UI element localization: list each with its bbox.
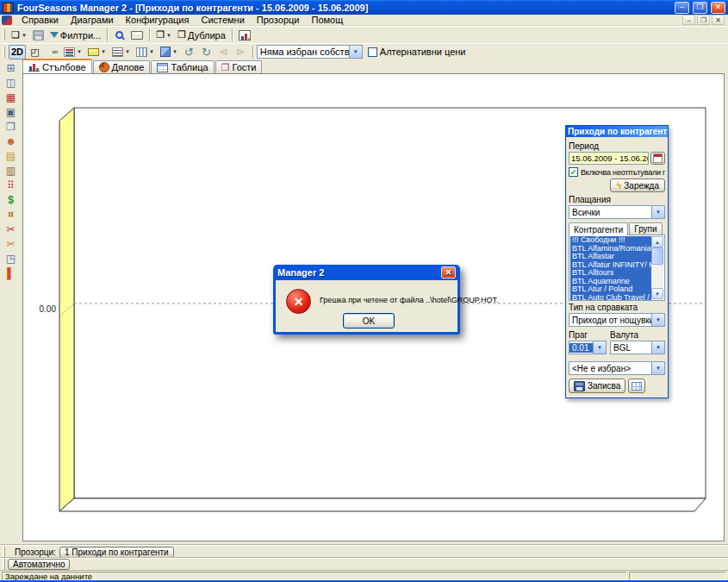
occupancy-grid-icon[interactable]: ⠿ <box>3 178 20 192</box>
windows-layout-icon[interactable]: ⊞ <box>3 61 20 75</box>
combo-arrow-icon[interactable]: ▼ <box>651 362 664 374</box>
currency-combobox[interactable]: BGL ▼ <box>610 341 665 354</box>
auto-button[interactable]: Автоматично <box>8 559 70 570</box>
scrollbar-thumb[interactable] <box>651 247 663 265</box>
payments-combobox[interactable]: Всички ▼ <box>569 205 665 219</box>
toolbar-grip[interactable] <box>3 29 5 41</box>
report-type-combobox[interactable]: Приходи от нощувки ▼ <box>569 313 665 327</box>
mode-2d-button[interactable]: 2D <box>9 45 26 59</box>
menu-prozorci[interactable]: Прозорци <box>251 15 306 26</box>
cut-rooms-icon[interactable]: ✂ <box>3 222 20 236</box>
threshold-combobox[interactable]: 0.01 ▼ <box>569 341 607 354</box>
chart-export-button[interactable] <box>236 28 253 42</box>
dialog-close-icon[interactable]: ✕ <box>441 266 456 278</box>
window-nav-icon[interactable]: ◳ <box>3 252 20 266</box>
bar-chart-icon <box>28 62 40 72</box>
menu-konfiguracia[interactable]: Конфигурация <box>120 15 196 26</box>
tab-bars[interactable]: Стълбове <box>22 59 92 73</box>
combo-arrow-icon[interactable]: ▼ <box>651 341 664 354</box>
contractors-listbox[interactable]: !!! Свободни !!! BTL Alfamina/Romania BT… <box>569 235 665 301</box>
list-item[interactable]: BTL Alfatur INFINITY/ Romani <box>570 261 651 270</box>
bar-labels-button[interactable]: ab <box>44 45 60 59</box>
marks-button[interactable]: ▼ <box>85 45 109 59</box>
print-button[interactable] <box>128 28 146 42</box>
export-window-icon[interactable]: ◫ <box>3 76 20 90</box>
selection-combobox[interactable]: <Не е избран> ▼ <box>569 361 665 375</box>
rotate-ccw-button[interactable]: ↺ <box>181 45 197 59</box>
folders-icon[interactable]: ▤ <box>3 149 20 163</box>
list-item[interactable]: BTL Alfastar <box>570 253 651 261</box>
list-item[interactable]: BTL Auto Club Travel / Hunga <box>570 294 651 302</box>
list-item[interactable]: BTL Atur / Poland <box>570 285 651 294</box>
rotate-chart-button[interactable]: ◰ <box>27 45 43 59</box>
stats-icon[interactable]: ▌ <box>3 266 20 280</box>
vertical-gridlines-button[interactable]: ▼ <box>134 45 157 59</box>
tab-contractors[interactable]: Контрагенти <box>569 222 628 235</box>
tab-table[interactable]: Таблица <box>151 60 214 73</box>
calculator-icon[interactable]: ▣ <box>3 105 20 119</box>
scroll-up-icon[interactable]: ▲ <box>651 236 663 247</box>
list-item[interactable]: BTL Alltours <box>570 269 651 278</box>
toolbar-grip[interactable] <box>3 47 5 58</box>
nav-back-button[interactable]: ⊲ <box>215 45 232 59</box>
listbox-scrollbar[interactable]: ▲ ▼ <box>651 236 663 299</box>
save-report-button[interactable]: Записва <box>569 379 625 393</box>
dialog-title-bar[interactable]: Manager 2 ✕ <box>276 265 457 280</box>
chevron-down-icon: ▼ <box>22 33 27 38</box>
combo-arrow-icon[interactable]: ▼ <box>651 314 664 326</box>
period-input[interactable]: 15.06.2009 - 15.06.2009 <box>569 152 649 165</box>
tab-groups[interactable]: Групи <box>629 222 662 235</box>
new-report-button[interactable]: ❏ ▼ <box>9 28 29 42</box>
load-button[interactable]: ϟ Зарежда <box>610 178 665 192</box>
duplicate-button[interactable]: ❒ Дублира <box>175 28 228 42</box>
legend-button[interactable]: ▼ <box>61 45 84 59</box>
filters-button[interactable]: Филтри... <box>47 28 103 42</box>
nav-forward-button[interactable]: ⊳ <box>233 45 249 59</box>
restore-button[interactable]: ❐ <box>693 2 707 14</box>
currency-icon[interactable]: $ <box>3 193 20 207</box>
tab-guests[interactable]: ❐ Гости <box>215 60 263 73</box>
toolbar-grip[interactable] <box>3 559 5 570</box>
ok-button[interactable]: OK <box>343 313 395 329</box>
combo-arrow-icon[interactable]: ▼ <box>593 341 606 354</box>
alt-prices-checkbox[interactable] <box>368 47 377 57</box>
error-dialog: Manager 2 ✕ ✕ Грешка при четене от файла… <box>273 265 460 335</box>
ledger-icon[interactable]: ▥ <box>3 164 20 178</box>
rotate-cw-button[interactable]: ↻ <box>198 45 215 59</box>
menu-diagrami[interactable]: Диаграми <box>65 15 120 26</box>
grid-settings-button[interactable] <box>628 379 645 393</box>
payments-icon[interactable]: ¤ <box>3 208 20 222</box>
list-item[interactable]: BTL Aquamarine <box>570 278 651 286</box>
combo-arrow-icon[interactable]: ▼ <box>349 46 362 58</box>
combo-arrow-icon[interactable]: ▼ <box>651 206 664 218</box>
include-guests-checkbox[interactable]: ✔ <box>569 167 578 177</box>
tab-pie[interactable]: Дялове <box>93 60 151 73</box>
menu-sistemni[interactable]: Системни <box>195 15 250 26</box>
print-preview-button[interactable] <box>111 28 128 42</box>
list-item[interactable]: !!! Свободни !!! <box>570 236 651 245</box>
save-button[interactable] <box>30 28 47 42</box>
menu-pomosht[interactable]: Помощ <box>305 15 349 26</box>
view-3d-button[interactable]: ▼ <box>158 45 180 59</box>
close-button[interactable]: ✕ <box>711 2 725 14</box>
list-item[interactable]: BTL Alfamina/Romania <box>570 245 651 253</box>
copy-window-icon[interactable]: ❐ <box>3 120 20 134</box>
contractors-list: !!! Свободни !!! BTL Alfamina/Romania BT… <box>570 236 651 301</box>
mdi-close-button[interactable]: ✕ <box>712 15 725 25</box>
scroll-down-icon[interactable]: ▼ <box>651 288 663 299</box>
horizontal-gridlines-button[interactable]: ▼ <box>109 45 133 59</box>
guests-icon[interactable]: ☻ <box>3 135 20 148</box>
minimize-button[interactable]: – <box>675 2 689 14</box>
calendar-button[interactable] <box>650 152 665 165</box>
menu-spravki[interactable]: Справки <box>16 15 65 26</box>
mdi-restore-button[interactable]: ❐ <box>697 15 710 25</box>
cut-price-icon[interactable]: ✂ <box>3 237 20 251</box>
owner-combobox[interactable]: Няма избран собственици ▼ <box>257 45 363 59</box>
copy-button[interactable]: ❐ ▼ <box>153 28 174 42</box>
window-1-button[interactable]: 1 Приходи по контрагенти <box>59 547 174 558</box>
mdi-minimize-button[interactable]: – <box>682 15 695 25</box>
threshold-value: 0.01 <box>569 343 593 353</box>
panel-title-bar[interactable]: Приходи по контрагенти ✕ <box>566 126 668 137</box>
chart-report-icon[interactable]: ▦ <box>3 91 20 104</box>
toolbar-grip[interactable] <box>3 547 5 558</box>
